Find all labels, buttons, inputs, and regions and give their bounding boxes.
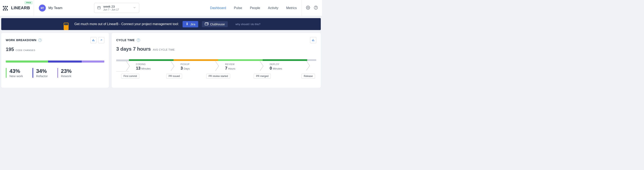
- clubhouse-label: Clubhouse: [210, 22, 225, 26]
- stage-value: 13: [136, 66, 140, 70]
- svg-point-7: [6, 9, 8, 11]
- cycle-time-value: 3 days 7 hours: [116, 46, 151, 52]
- bar-segment-rework: [82, 60, 104, 63]
- logo-text: LINEARB: [11, 6, 30, 10]
- stat-value: 43%: [10, 68, 23, 74]
- svg-rect-24: [312, 40, 312, 41]
- team-selector[interactable]: MT My Team: [34, 5, 67, 12]
- integration-banner: Get much more out of LinearB - Connect y…: [1, 18, 321, 30]
- banner-text: Get much more out of LinearB - Connect y…: [74, 22, 179, 26]
- work-breakdown-title: WORK BREAKDOWN: [6, 38, 36, 42]
- svg-rect-19: [205, 23, 208, 25]
- app-header: LINEARB FREE MT My Team week 23 Jun 7 - …: [0, 0, 322, 16]
- svg-point-2: [6, 6, 8, 7]
- chevron-right-icon: [170, 60, 176, 72]
- chevron-right-icon: [306, 60, 310, 72]
- svg-rect-26: [314, 40, 314, 41]
- settings-button[interactable]: [306, 6, 310, 11]
- stat-value: 23%: [61, 68, 72, 74]
- stage-stripe: [174, 59, 218, 61]
- svg-rect-17: [64, 24, 66, 25]
- svg-rect-8: [98, 6, 100, 9]
- work-breakdown-card: WORK BREAKDOWN ? 195 CODE CHANGES 43%: [1, 33, 109, 88]
- help-icon[interactable]: ?: [38, 38, 42, 42]
- expand-button[interactable]: [98, 37, 104, 43]
- main-nav: Dashboard Pulse People Activity Metrics: [210, 0, 302, 16]
- chevron-down-icon: [133, 6, 136, 10]
- stat-new-work: 43% New work: [6, 68, 23, 78]
- stat-label: Rework: [61, 74, 72, 78]
- chevron-right-icon: [214, 60, 220, 72]
- team-name: My Team: [48, 6, 62, 10]
- marker-first-commit: First commit: [121, 74, 139, 79]
- code-changes-count: 195: [6, 47, 14, 52]
- svg-line-23: [100, 40, 102, 41]
- svg-rect-22: [94, 40, 94, 41]
- connect-clubhouse-button[interactable]: Clubhouse: [202, 21, 228, 27]
- jira-label: Jira: [190, 22, 195, 26]
- stage-unit: Minutes: [273, 67, 282, 70]
- team-avatar: MT: [39, 5, 46, 12]
- svg-point-5: [3, 9, 4, 11]
- svg-point-6: [5, 9, 6, 11]
- help-button[interactable]: [314, 6, 318, 11]
- stage-stripe: [129, 59, 174, 61]
- stage-coding: CODING 13Minutes: [129, 59, 174, 72]
- nav-activity[interactable]: Activity: [268, 6, 278, 10]
- svg-point-12: [308, 7, 309, 8]
- stage-value: 7: [225, 66, 227, 70]
- svg-point-4: [6, 8, 7, 9]
- stage-deploy: DEPLOY 0Minutes: [263, 59, 307, 72]
- stage-pickup: PICKUP 3Days: [174, 59, 218, 72]
- jira-icon: [186, 22, 189, 26]
- cycle-time-pipeline: CODING 13Minutes PICKUP 3Days RE: [116, 59, 316, 82]
- nav-metrics[interactable]: Metrics: [286, 6, 297, 10]
- chart-view-button[interactable]: [90, 37, 96, 43]
- marker-pr-review-started: PR review started: [206, 74, 230, 79]
- stage-value: 0: [270, 66, 272, 70]
- cycle-time-card: CYCLE TIME ? 3 days 7 hours AVG CYCLE TI…: [112, 33, 321, 88]
- chart-view-button[interactable]: [310, 37, 316, 43]
- banner-why-link[interactable]: why should I do this?: [236, 23, 260, 26]
- stat-label: Refactor: [36, 74, 48, 78]
- marker-release: Release: [302, 74, 315, 79]
- work-breakdown-bar: [6, 60, 104, 63]
- svg-point-3: [4, 8, 5, 9]
- stage-name: CODING: [136, 63, 174, 65]
- calendar-icon: [97, 6, 101, 10]
- chevron-right-icon: [259, 60, 265, 72]
- linearb-logo-icon: [2, 6, 9, 11]
- date-range-picker[interactable]: week 23 Jun 7 - Jun 17: [94, 3, 139, 13]
- connect-jira-button[interactable]: Jira: [182, 21, 198, 27]
- nav-people[interactable]: People: [250, 6, 260, 10]
- stage-stripe: [218, 59, 263, 61]
- marker-pr-issued: PR issued: [166, 74, 182, 79]
- stage-unit: Minutes: [141, 67, 151, 70]
- stage-review: REVIEW 7Hours: [218, 59, 263, 72]
- code-changes-label: CODE CHANGES: [16, 49, 35, 51]
- free-badge: FREE: [25, 1, 32, 4]
- help-icon[interactable]: ?: [137, 38, 140, 42]
- bar-segment-new-work: [6, 60, 48, 63]
- stage-unit: Days: [184, 67, 190, 70]
- nav-pulse[interactable]: Pulse: [234, 6, 242, 10]
- stage-name: DEPLOY: [270, 63, 307, 65]
- nav-dashboard[interactable]: Dashboard: [210, 6, 226, 10]
- svg-point-0: [3, 6, 4, 7]
- date-range-label: Jun 7 - Jun 17: [103, 8, 130, 11]
- svg-rect-20: [92, 40, 93, 41]
- stat-refactor: 34% Refactor: [32, 68, 48, 78]
- clubhouse-icon: [205, 22, 208, 26]
- pipeline-end: [307, 59, 316, 72]
- stage-stripe: [263, 59, 307, 61]
- logo-area[interactable]: LINEARB FREE: [0, 0, 34, 16]
- date-week-label: week 23: [103, 5, 130, 8]
- chevron-right-icon: [125, 60, 131, 72]
- bar-segment-refactor: [48, 60, 82, 63]
- stage-name: REVIEW: [225, 63, 263, 65]
- svg-rect-21: [93, 39, 94, 41]
- stage-unit: Hours: [228, 67, 235, 70]
- marker-pr-merged: PR merged: [254, 74, 271, 79]
- svg-point-1: [5, 6, 6, 7]
- cycle-time-title: CYCLE TIME: [116, 38, 135, 42]
